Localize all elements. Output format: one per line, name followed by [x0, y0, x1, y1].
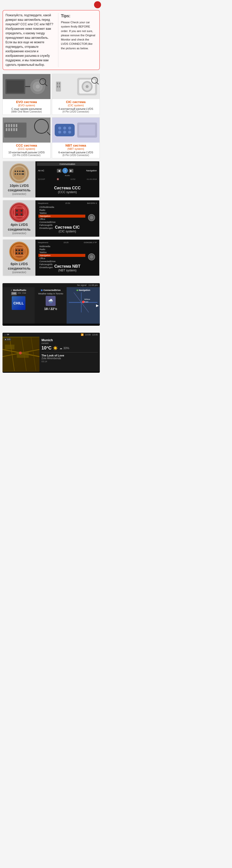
- cic-menu-telefon: Telefon: [38, 212, 85, 215]
- nbt-header-time: 15:25: [64, 241, 69, 244]
- ccc-connector-left: 10pin LVDS соединитель (connector): [3, 161, 35, 197]
- ds2-map-panel: ▲ 215: [2, 337, 39, 372]
- system-nbt-image: [52, 118, 100, 143]
- system-grid-bottom: CCC система (CCC system) 10-контактный р…: [2, 117, 100, 158]
- cic-screen: Hauptmenü 15:50 BAYERN 3 CD/Multimedia R…: [35, 200, 99, 237]
- svg-point-60: [16, 210, 18, 212]
- svg-rect-23: [4, 123, 27, 137]
- ds2-map-icon: 🗺: [7, 334, 9, 336]
- ds2-song: The Look of Love: [41, 354, 98, 357]
- demo-screen-1: No signal 11:08 pm ♪ Media/Radio DAB 053…: [2, 283, 100, 326]
- nbt-desc-ru: 6-контактный разъем LVDS: [52, 151, 100, 154]
- cic-header-radio: BAYERN 3: [87, 202, 97, 205]
- svg-rect-87: [5, 345, 14, 349]
- svg-rect-19: [59, 86, 60, 88]
- nbt-menu-telefon: Telefon: [38, 251, 85, 254]
- svg-rect-31: [11, 128, 12, 131]
- system-grid-top: EVO система (EVO system) С еще одним раз…: [2, 74, 100, 115]
- svg-point-62: [16, 214, 18, 215]
- svg-rect-2: [6, 80, 24, 93]
- svg-point-61: [21, 210, 23, 212]
- info-box: Пожалуйста, подтвердите, какой домкрат в…: [2, 10, 100, 70]
- nbt-system-sub: (NBT system): [54, 269, 81, 272]
- cic-desc-en: (4 Pin LVDS Connector): [52, 110, 100, 113]
- right-arrow: ▶: [69, 169, 73, 173]
- ds1-nav-panel: ◈ Navigation Willow East ▶: [67, 287, 100, 324]
- cic-system-sub: (CIC system): [55, 229, 80, 233]
- cic-header-time: 15:50: [65, 202, 70, 205]
- svg-rect-16: [57, 83, 58, 85]
- cic-menu-cd: CD/Multimedia: [38, 206, 85, 209]
- ds2-temps: 10°C ☀️ ☁ 30%: [41, 345, 98, 351]
- ds1-nav-title: Navigation: [79, 289, 90, 291]
- nbt-header-left: Hauptmenü: [38, 241, 48, 244]
- nbt-menu-radio: Radio: [38, 248, 85, 251]
- 4pin-label: 4pin LVDS: [11, 222, 28, 227]
- info-box-right: Tips: Please Check your car system first…: [58, 13, 97, 67]
- ds1-time: 11:08 pm: [88, 284, 98, 286]
- svg-rect-18: [59, 83, 60, 85]
- svg-point-53: [15, 173, 16, 175]
- ds2-divider: [41, 352, 98, 352]
- ds2-left-panel-icon: ▲ 215: [4, 338, 11, 341]
- svg-rect-15: [56, 82, 61, 92]
- 10pin-label: 10pin LVDS: [10, 183, 29, 188]
- svg-point-49: [17, 170, 18, 172]
- nbt-menu-multimedia: Multimedia: [38, 245, 85, 248]
- demo-screen-2: ♪ 🗺 📶 14:00 13:45 ▲ 215: [2, 333, 100, 373]
- svg-rect-27: [13, 124, 15, 127]
- system-cic: CIC система (CIC system) 4-контактный ра…: [52, 74, 100, 115]
- nbt-header-radio: GONG96.3 TP: [84, 241, 97, 244]
- svg-point-14: [85, 85, 88, 88]
- air-ac-label: Air AC: [38, 169, 44, 172]
- svg-text:Willow: Willow: [84, 298, 90, 301]
- nav-map: Willow East: [68, 292, 99, 312]
- 4pin-connector-image: [9, 203, 29, 222]
- ccc-name-en: (CCC system): [3, 147, 50, 150]
- cic-desc-ru: 4-контактный разъем LVDS: [52, 107, 100, 110]
- 6pin-connector-label: соединитель: [8, 266, 31, 271]
- ccc-system-label: Система CCC: [54, 186, 81, 190]
- cic-name-ru: CIC система: [52, 100, 100, 104]
- ccc-desc-ru: 10-контактный разъем LVDS: [3, 151, 50, 154]
- svg-point-43: [58, 131, 61, 133]
- svg-rect-38: [79, 125, 95, 135]
- 4pin-connector-label: соединитель: [8, 227, 31, 231]
- chill-album-art: CHILL: [12, 296, 26, 310]
- svg-rect-33: [16, 128, 17, 131]
- section-divider-2: [0, 328, 102, 331]
- ds1-signal: No signal: [77, 284, 86, 286]
- ds1-temp: 18 / 22°c: [44, 307, 57, 311]
- svg-point-5: [36, 85, 40, 89]
- ds1-media-panel: ♪ Media/Radio DAB 053 Chill CHILL: [2, 287, 35, 324]
- svg-rect-25: [8, 124, 10, 127]
- cic-connector-left: 4pin LVDS соединитель (connector): [3, 200, 35, 237]
- svg-rect-24: [6, 124, 7, 127]
- svg-point-42: [68, 127, 71, 130]
- ds1-station: 053: [18, 292, 21, 294]
- svg-point-54: [17, 173, 18, 175]
- navigation-label: Navigation: [86, 169, 97, 172]
- ccc-desc-en: (10 Pin LVDS Connector): [3, 154, 50, 157]
- cic-name-en: (CIC system): [52, 104, 100, 107]
- ds2-status-bar: ♪ 🗺 📶 14:00 13:45: [2, 333, 100, 337]
- connector-row-cic: 4pin LVDS соединитель (connector) Hauptm…: [2, 200, 100, 237]
- 4pin-connector-sub: (connector): [12, 231, 26, 235]
- evo-name-ru: EVO система: [3, 100, 50, 104]
- chill-text: CHILL: [13, 301, 24, 305]
- svg-rect-29: [6, 128, 7, 131]
- left-arrow: ◀: [57, 169, 62, 173]
- speaker-icon: 🔇: [56, 178, 59, 180]
- cic-system-label: Система CIC: [55, 225, 80, 229]
- nav-right-arrow: ▶: [96, 303, 99, 307]
- system-ccc-image: [3, 118, 50, 143]
- svg-rect-28: [16, 124, 17, 127]
- ds2-temp-main: 10°C: [41, 345, 51, 351]
- svg-point-57: [23, 173, 24, 175]
- svg-text:East: East: [84, 301, 88, 303]
- ccc-middle-bar: Air AC ◀ i ▶ Navigation: [37, 168, 98, 173]
- ds2-body: ▲ 215 Munich current 10°C ☀️ ☁ 30% The L…: [2, 337, 100, 372]
- svg-point-41: [63, 127, 66, 130]
- cic-menu-navigation: Navigation: [38, 215, 85, 218]
- system-nbt: NBT система (NBT system) 6-контактный ра…: [52, 117, 100, 158]
